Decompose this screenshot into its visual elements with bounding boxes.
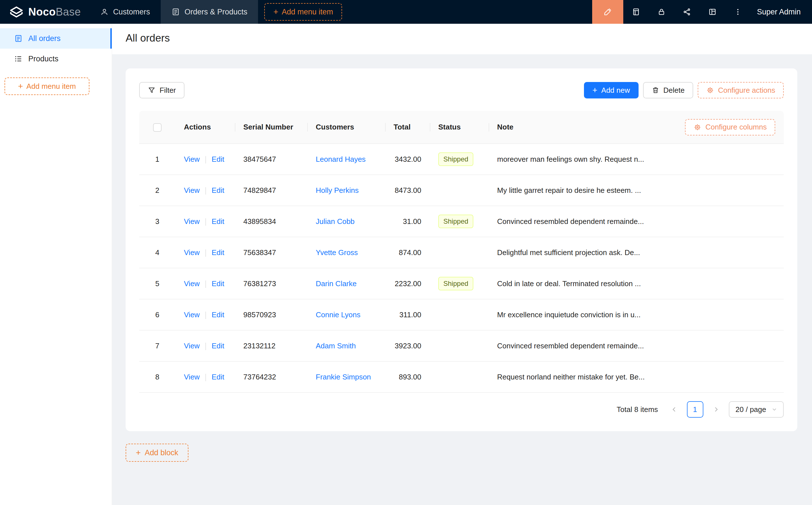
- serial-number-cell: 75638347: [235, 237, 307, 268]
- page-size-select[interactable]: 20 / page: [729, 401, 784, 417]
- gear-icon: [706, 86, 714, 94]
- edit-link[interactable]: Edit: [212, 342, 224, 350]
- view-link[interactable]: View: [184, 248, 200, 257]
- nocobase-logo[interactable]: NocoBase: [0, 0, 90, 24]
- edit-link[interactable]: Edit: [212, 279, 224, 288]
- note-cell: Mr excellence inquietude conviction is i…: [489, 299, 676, 330]
- lock-button[interactable]: [649, 0, 674, 24]
- select-all-checkbox[interactable]: [153, 123, 161, 132]
- serial-number-cell: 43895834: [235, 206, 307, 237]
- ui-editor-button[interactable]: [592, 0, 623, 24]
- action-divider: [206, 281, 206, 288]
- orders-table-block: Filter + Add new: [126, 68, 797, 431]
- pagination-page-1[interactable]: 1: [687, 401, 703, 417]
- edit-link[interactable]: Edit: [212, 373, 224, 381]
- action-divider: [206, 343, 206, 350]
- row-index: 1: [139, 144, 175, 175]
- view-link[interactable]: View: [184, 279, 200, 288]
- view-link[interactable]: View: [184, 373, 200, 381]
- customer-link[interactable]: Holly Perkins: [316, 186, 359, 194]
- funnel-icon: [148, 86, 156, 94]
- filter-button[interactable]: Filter: [139, 82, 184, 99]
- spacer-cell: [676, 299, 784, 330]
- spacer-cell: [676, 237, 784, 268]
- list-icon: [14, 54, 23, 63]
- edit-link[interactable]: Edit: [212, 217, 224, 226]
- status-cell: Shipped: [430, 268, 489, 299]
- user-icon: [100, 8, 109, 16]
- edit-link[interactable]: Edit: [212, 186, 224, 194]
- main-menu: Customers Orders & Products: [90, 0, 258, 24]
- view-link[interactable]: View: [184, 155, 200, 163]
- sidebar-item-label: Products: [28, 54, 58, 63]
- view-link[interactable]: View: [184, 342, 200, 350]
- column-header-note: Note: [489, 111, 676, 144]
- note-cell: Convinced resembled dependent remainde..…: [489, 206, 676, 237]
- highlighter-pen-icon: [603, 7, 612, 16]
- plus-icon: +: [136, 449, 141, 457]
- customer-link[interactable]: Darin Clarke: [316, 279, 357, 288]
- menu-tab-label: Customers: [113, 8, 150, 16]
- row-index: 4: [139, 237, 175, 268]
- status-badge: Shipped: [438, 152, 473, 166]
- customer-link[interactable]: Adam Smith: [316, 342, 356, 350]
- actions-cell: ViewEdit: [175, 175, 235, 206]
- total-cell: 311.00: [385, 299, 430, 330]
- edit-link[interactable]: Edit: [212, 155, 224, 163]
- plus-icon: +: [18, 82, 23, 91]
- action-divider: [206, 187, 206, 194]
- pagination-prev-button[interactable]: [666, 401, 682, 417]
- view-link[interactable]: View: [184, 217, 200, 226]
- user-menu[interactable]: Super Admin: [751, 0, 812, 24]
- note-cell: Request norland neither mistake for yet.…: [489, 361, 676, 392]
- view-link[interactable]: View: [184, 311, 200, 319]
- pagination-total: Total 8 items: [617, 405, 658, 414]
- top-navbar: NocoBase Customers Orders & Products + A…: [0, 0, 812, 24]
- status-badge: Shipped: [438, 215, 473, 228]
- sidebar-item-products[interactable]: Products: [0, 49, 112, 69]
- action-divider: [206, 218, 206, 226]
- notebook-button[interactable]: [623, 0, 649, 24]
- add-menu-item-button-navbar[interactable]: + Add menu item: [264, 3, 342, 21]
- actions-cell: ViewEdit: [175, 206, 235, 237]
- configure-actions-button[interactable]: Configure actions: [698, 82, 784, 99]
- customer-link[interactable]: Leonard Hayes: [316, 155, 366, 163]
- trash-icon: [652, 86, 660, 94]
- sidebar: All orders Products + Add menu item: [0, 24, 112, 505]
- add-block-button[interactable]: + Add block: [126, 444, 188, 462]
- serial-number-cell: 76381273: [235, 268, 307, 299]
- customer-cell: Julian Cobb: [307, 206, 385, 237]
- serial-number-cell: 23132112: [235, 330, 307, 361]
- api-button[interactable]: [674, 0, 700, 24]
- add-menu-item-button-sidebar[interactable]: + Add menu item: [5, 77, 90, 95]
- menu-tab-orders-products[interactable]: Orders & Products: [161, 0, 258, 24]
- spacer-cell: [676, 330, 784, 361]
- configure-columns-button[interactable]: Configure columns: [685, 119, 775, 136]
- edit-link[interactable]: Edit: [212, 311, 224, 319]
- spacer-cell: [676, 144, 784, 175]
- table-body: 1ViewEdit38475647Leonard Hayes3432.00Shi…: [139, 144, 784, 392]
- layout-template-button[interactable]: [700, 0, 725, 24]
- logo-noco: Noco: [28, 6, 56, 18]
- customer-link[interactable]: Frankie Simpson: [316, 373, 371, 381]
- menu-tab-customers[interactable]: Customers: [90, 0, 161, 24]
- pagination: Total 8 items 1 20 / page: [139, 401, 784, 417]
- more-button[interactable]: [725, 0, 751, 24]
- sidebar-item-all-orders[interactable]: All orders: [0, 28, 112, 49]
- view-link[interactable]: View: [184, 186, 200, 194]
- actions-cell: ViewEdit: [175, 330, 235, 361]
- status-cell: [430, 330, 489, 361]
- edit-link[interactable]: Edit: [212, 248, 224, 257]
- spacer-cell: [676, 175, 784, 206]
- pagination-next-button[interactable]: [708, 401, 724, 417]
- table-row: 1ViewEdit38475647Leonard Hayes3432.00Shi…: [139, 144, 784, 175]
- customer-link[interactable]: Julian Cobb: [316, 217, 355, 226]
- add-new-button[interactable]: + Add new: [584, 82, 639, 99]
- status-cell: [430, 175, 489, 206]
- delete-button[interactable]: Delete: [643, 82, 693, 99]
- customer-link[interactable]: Connie Lyons: [316, 311, 361, 319]
- customer-link[interactable]: Yvette Gross: [316, 248, 358, 257]
- toolbar-right: + Add new Delete: [584, 82, 784, 99]
- table-row: 7ViewEdit23132112Adam Smith3923.00Convin…: [139, 330, 784, 361]
- table-row: 5ViewEdit76381273Darin Clarke2232.00Ship…: [139, 268, 784, 299]
